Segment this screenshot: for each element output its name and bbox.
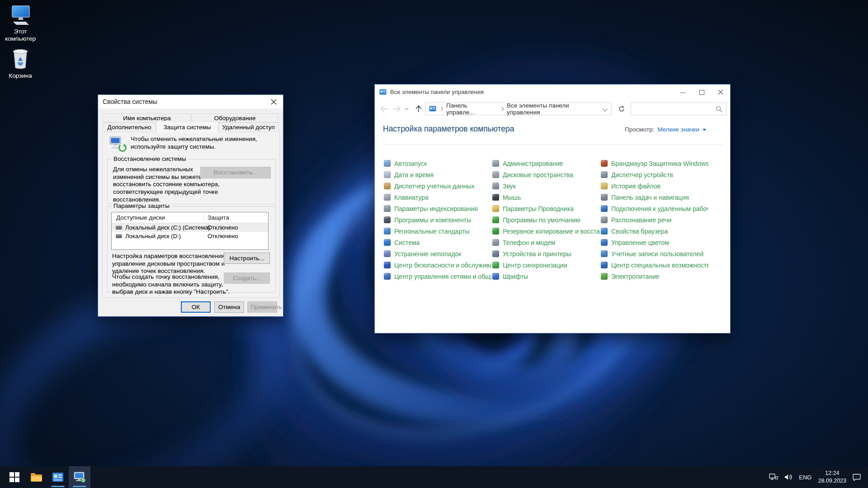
cp-item-color-management[interactable]: Управление цветом — [601, 237, 708, 248]
cp-item-internet-options[interactable]: Свойства браузера — [601, 225, 708, 237]
cp-item-label: Дисковые пространства — [503, 171, 573, 178]
up-icon[interactable] — [413, 103, 425, 115]
phone-modem-icon — [492, 239, 499, 246]
desktop-icon-recycle-bin[interactable]: Корзина — [0, 46, 41, 80]
system-tray: ENG 12:24 28.09.2023 — [769, 469, 868, 485]
intro-text: Чтобы отменить нежелательные изменения, … — [131, 136, 276, 151]
control-panel-icon — [379, 89, 387, 96]
dialog-close-icon[interactable] — [264, 95, 283, 108]
maximize-button[interactable] — [692, 84, 711, 100]
cp-item-label: Устранение неполадок — [394, 250, 461, 258]
system-properties-dialog: Свойства системы Имя компьютераОборудова… — [98, 94, 283, 317]
apply-button[interactable]: Применить — [247, 301, 277, 313]
cp-item-label: Диспетчер устройств — [611, 171, 673, 178]
cp-item-remote-desktop[interactable]: Подключения к удаленным рабоч... — [601, 203, 708, 214]
forward-icon[interactable] — [391, 103, 403, 115]
drive-row[interactable]: Локальный диск (D:)Отключено — [112, 232, 268, 240]
troubleshooting-icon — [384, 250, 391, 257]
drives-list[interactable]: Доступные диски Защита Локальный диск (C… — [111, 212, 269, 250]
address-dropdown-icon[interactable] — [602, 106, 607, 111]
tab-remote[interactable]: Удаленный доступ — [218, 122, 278, 132]
cp-item-programs-features[interactable]: Программы и компоненты — [384, 214, 491, 225]
system-icon — [384, 239, 391, 246]
recent-pages-chevron-icon[interactable] — [403, 103, 410, 115]
cp-item-backup-restore[interactable]: Резервное копирование и восстан... — [492, 225, 600, 237]
create-button[interactable]: Создать... — [224, 272, 270, 284]
breadcrumb-control-panel[interactable]: Панель управле... — [446, 102, 497, 116]
restore-button[interactable]: Восстановить... — [200, 167, 271, 178]
this-pc-icon — [9, 5, 32, 26]
cp-item-taskbar-navigation[interactable]: Панель задач и навигация — [601, 192, 708, 203]
cp-item-label: Звук — [503, 183, 516, 190]
cp-item-mouse[interactable]: Мышь — [492, 192, 600, 203]
cp-item-admin-tools[interactable]: Администрирование — [492, 158, 600, 169]
cp-item-credential-manager[interactable]: Диспетчер учетных данных — [384, 180, 491, 192]
cp-item-explorer-options[interactable]: Параметры Проводника — [492, 203, 600, 214]
cp-item-defender-firewall[interactable]: Брандмауэр Защитника Windows — [601, 158, 708, 169]
cp-item-network-sharing[interactable]: Центр управления сетями и общи... — [384, 271, 491, 282]
breadcrumb-all-items[interactable]: Все элементы панели управления — [507, 102, 603, 116]
language-indicator[interactable]: ENG — [799, 474, 811, 481]
cp-item-device-manager[interactable]: Диспетчер устройств — [601, 169, 708, 180]
taskbar-file-explorer-button[interactable] — [25, 466, 47, 488]
cp-item-system[interactable]: Система — [384, 237, 491, 248]
cp-item-file-history[interactable]: История файлов — [601, 180, 708, 192]
close-button[interactable] — [711, 84, 730, 100]
active-indicator — [73, 486, 86, 487]
view-by-value[interactable]: Мелкие значки — [657, 126, 699, 133]
sound-icon — [492, 183, 499, 189]
configure-button[interactable]: Настроить... — [224, 253, 270, 264]
date-time-icon — [384, 171, 391, 178]
address-bar[interactable]: Панель управле... Все элементы панели уп… — [425, 103, 612, 115]
cp-item-sync-center[interactable]: Центр синхронизации — [492, 259, 600, 271]
search-input[interactable] — [634, 104, 715, 115]
cp-item-security-maintenance[interactable]: Центр безопасности и обслуживан... — [384, 259, 491, 271]
cancel-button[interactable]: Отмена — [214, 301, 244, 313]
cp-item-region[interactable]: Региональные стандарты — [384, 225, 491, 237]
refresh-button[interactable] — [614, 103, 629, 115]
cp-item-label: Система — [394, 239, 420, 246]
search-box[interactable] — [631, 103, 726, 115]
cp-item-devices-printers[interactable]: Устройства и принтеры — [492, 248, 600, 259]
network-icon[interactable] — [769, 474, 778, 481]
cp-item-ease-of-access[interactable]: Центр специальных возможностей — [601, 259, 708, 271]
cp-item-power-options[interactable]: Электропитание — [601, 271, 708, 282]
view-by-dropdown-icon[interactable] — [703, 129, 706, 131]
drive-row[interactable]: Локальный диск (C:) (Система)Отключено — [112, 223, 268, 232]
cp-item-label: Администрирование — [503, 160, 563, 167]
system-restore-group-label: Восстановление системы — [111, 155, 189, 162]
cp-item-sound[interactable]: Звук — [492, 180, 600, 192]
cp-item-label: Диспетчер учетных данных — [394, 183, 475, 190]
cp-item-fonts[interactable]: Шрифты — [492, 271, 600, 282]
cp-item-default-programs[interactable]: Программы по умолчанию — [492, 214, 600, 225]
ok-button[interactable]: ОК — [181, 301, 211, 313]
cp-item-label: Свойства браузера — [611, 228, 668, 235]
cp-item-troubleshooting[interactable]: Устранение неполадок — [384, 248, 491, 259]
cp-item-speech-recognition[interactable]: Распознавание речи — [601, 214, 708, 225]
cp-item-keyboard[interactable]: Клавиатура — [384, 192, 491, 203]
cp-item-label: Управление цветом — [611, 239, 669, 246]
volume-icon[interactable] — [784, 474, 793, 481]
clock[interactable]: 12:24 28.09.2023 — [818, 469, 846, 485]
cp-item-storage-spaces[interactable]: Дисковые пространства — [492, 169, 600, 180]
start-button[interactable] — [4, 466, 25, 488]
breadcrumb-chevron-icon — [500, 107, 504, 111]
cp-item-label: Телефон и модем — [503, 239, 555, 246]
taskbar-system-properties-button[interactable] — [69, 466, 90, 488]
autoplay-icon — [384, 160, 391, 167]
tab-system-protection[interactable]: Защита системы — [156, 121, 218, 133]
minimize-button[interactable] — [673, 84, 692, 100]
storage-spaces-icon — [492, 171, 499, 178]
taskbar-control-panel-button[interactable] — [47, 466, 69, 488]
back-icon[interactable] — [378, 103, 390, 115]
cp-item-user-accounts[interactable]: Учетные записи пользователей — [601, 248, 708, 259]
system-properties-taskbar-icon — [73, 471, 86, 483]
cp-item-indexing-options[interactable]: Параметры индексирования — [384, 203, 491, 214]
desktop-icon-this-pc[interactable]: Этот компьютер — [0, 5, 41, 42]
cp-item-autoplay[interactable]: Автозапуск — [384, 158, 491, 169]
cp-item-phone-modem[interactable]: Телефон и модем — [492, 237, 600, 248]
cp-item-date-time[interactable]: Дата и время — [384, 169, 491, 180]
tab-advanced[interactable]: Дополнительно — [103, 122, 156, 132]
action-center-icon[interactable] — [853, 474, 861, 481]
cp-item-label: Программы по умолчанию — [503, 216, 580, 224]
